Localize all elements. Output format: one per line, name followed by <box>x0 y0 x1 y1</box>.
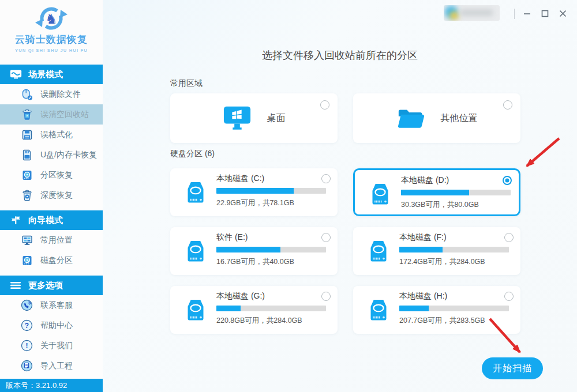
disk-name: 本地磁盘 (D:) <box>401 175 512 186</box>
radio-disk-d[interactable] <box>503 176 512 185</box>
sidebar-item-label: 分区恢复 <box>40 170 73 180</box>
radio-disk-e[interactable] <box>321 233 331 242</box>
sidebar-item-about-us[interactable]: ! 关于我们 <box>0 336 103 356</box>
sidebar-item-contact-support[interactable]: 联系客服 <box>0 295 103 315</box>
disk-capacity: 220.8GB可用，共284.0GB <box>216 316 331 326</box>
card-desktop[interactable]: 桌面 <box>170 93 338 143</box>
disk-capacity: 207.7GB可用，共283.5GB <box>399 316 514 326</box>
disk-card-h[interactable]: 本地磁盘 (H:) 207.7GB可用，共283.5GB <box>353 286 520 334</box>
recycle-bin-icon <box>21 108 33 120</box>
disk-usage-bar <box>216 247 326 252</box>
partition-icon <box>21 169 33 181</box>
disk-card-c[interactable]: 本地磁盘 (C:) 22.9GB可用，共78.1GB <box>170 168 338 216</box>
sidebar-item-formatted[interactable]: 误格式化 <box>0 125 103 145</box>
question-icon: ? <box>21 319 33 331</box>
sidebar-section-scene-mode: 场景模式 <box>0 65 103 84</box>
sidebar: ♞ 云骑士数据恢复 YUN QI SHI SHU JU HUI FU 场景模式 … <box>0 0 103 392</box>
close-button[interactable] <box>555 6 570 21</box>
signpost-icon <box>9 215 22 225</box>
sidebar-item-label: 深度恢复 <box>40 190 73 201</box>
disk-card-d[interactable]: 本地磁盘 (D:) 30.3GB可用，共80.0GB <box>353 168 520 216</box>
disk-name: 本地磁盘 (G:) <box>216 291 331 301</box>
disk-usage-fill <box>216 306 241 311</box>
section-label: 向导模式 <box>28 215 63 226</box>
minimize-icon <box>523 10 531 17</box>
minimize-button[interactable] <box>519 6 534 21</box>
window-controls <box>519 6 570 21</box>
sidebar-item-deleted-files[interactable]: 误删除文件 <box>0 84 103 104</box>
desktop-icon <box>223 105 252 131</box>
sidebar-item-disk-partitions[interactable]: 磁盘分区 <box>0 250 103 270</box>
deep-recovery-icon <box>21 189 33 201</box>
radio-disk-c[interactable] <box>321 174 331 183</box>
disk-usage-fill <box>401 190 469 195</box>
disk-capacity: 22.9GB可用，共78.1GB <box>216 198 331 208</box>
partition-section-label: 硬盘分区 (6) <box>170 149 215 159</box>
disk-name: 本地磁盘 (F:) <box>399 232 514 243</box>
sidebar-item-label: 磁盘分区 <box>40 255 73 266</box>
svg-text:?: ? <box>25 322 29 330</box>
disk-card-g[interactable]: 本地磁盘 (G:) 220.8GB可用，共284.0GB <box>170 286 338 334</box>
sidebar-item-help-center[interactable]: ? 帮助中心 <box>0 315 103 336</box>
folder-icon <box>396 106 425 130</box>
app-subtitle: YUN QI SHI SHU JU HUI FU <box>15 48 88 53</box>
memory-card-icon <box>21 149 33 161</box>
radio-disk-h[interactable] <box>504 292 514 301</box>
sidebar-item-label: 误删除文件 <box>40 89 81 100</box>
disk-usage-fill <box>216 188 294 194</box>
sidebar-item-label: 常用位置 <box>40 235 73 246</box>
radio-disk-f[interactable] <box>504 233 514 242</box>
app-logo: ♞ 云骑士数据恢复 YUN QI SHI SHU JU HUI FU <box>0 0 103 65</box>
svg-text:♞: ♞ <box>45 11 58 27</box>
radio-desktop[interactable] <box>320 100 329 110</box>
sidebar-item-label: 帮助中心 <box>40 321 73 331</box>
card-other-location[interactable]: 其他位置 <box>353 93 520 143</box>
mouse-icon <box>21 88 33 100</box>
sidebar-item-label: 联系客服 <box>40 300 73 311</box>
sidebar-item-label: 误格式化 <box>40 130 73 140</box>
import-icon <box>21 360 33 372</box>
disk-icon <box>21 254 33 266</box>
sidebar-item-common-locations[interactable]: 常用位置 <box>0 230 103 250</box>
section-label: 场景模式 <box>28 69 63 80</box>
hard-drive-icon <box>185 298 206 322</box>
menu-icon <box>9 280 22 291</box>
hard-drive-icon <box>368 298 389 322</box>
sidebar-section-wizard-mode: 向导模式 <box>0 210 103 230</box>
logo-circular-arrows-icon: ♞ <box>35 3 68 35</box>
section-label: 更多选项 <box>28 280 63 291</box>
disk-capacity: 30.3GB可用，共80.0GB <box>401 200 512 210</box>
start-scan-button[interactable]: 开始扫描 <box>482 357 543 379</box>
monitor-icon <box>21 234 33 246</box>
disk-usage-fill <box>399 247 443 252</box>
app-window: ♞ 云骑士数据恢复 YUN QI SHI SHU JU HUI FU 场景模式 … <box>0 0 577 392</box>
disk-usage-bar <box>216 306 326 311</box>
common-area-label: 常用区域 <box>170 78 203 89</box>
disk-capacity: 172.4GB可用，共284.0GB <box>399 257 514 267</box>
sidebar-section-more-options: 更多选项 <box>0 276 103 295</box>
sidebar-item-usb-recovery[interactable]: U盘/内存卡恢复 <box>0 145 103 165</box>
sidebar-item-label: 误清空回收站 <box>40 110 89 120</box>
radio-other-location[interactable] <box>503 100 512 110</box>
scene-mode-icon <box>9 69 22 80</box>
disk-name: 本地磁盘 (H:) <box>399 291 514 301</box>
sidebar-item-deep-recovery[interactable]: 深度恢复 <box>0 185 103 205</box>
disk-name: 本地磁盘 (C:) <box>216 174 331 184</box>
disk-usage-bar <box>399 247 509 252</box>
close-icon <box>559 10 567 17</box>
disk-card-e[interactable]: 软件 (E:) 16.7GB可用，共40.0GB <box>170 227 338 275</box>
sidebar-item-emptied-recycle-bin[interactable]: 误清空回收站 <box>0 104 103 125</box>
format-disk-icon <box>21 129 33 141</box>
disk-usage-bar <box>401 190 511 195</box>
maximize-button[interactable] <box>537 6 552 21</box>
sidebar-item-label: U盘/内存卡恢复 <box>40 150 97 160</box>
sidebar-item-partition-recovery[interactable]: 分区恢复 <box>0 165 103 185</box>
card-label: 桌面 <box>267 112 286 125</box>
sidebar-item-import-project[interactable]: 导入工程 <box>0 356 103 376</box>
hard-drive-icon <box>370 182 391 206</box>
radio-disk-g[interactable] <box>321 292 331 301</box>
disk-usage-bar <box>399 306 509 311</box>
disk-card-f[interactable]: 本地磁盘 (F:) 172.4GB可用，共284.0GB <box>353 227 520 275</box>
hard-drive-icon <box>185 180 206 205</box>
disk-usage-fill <box>216 247 280 252</box>
